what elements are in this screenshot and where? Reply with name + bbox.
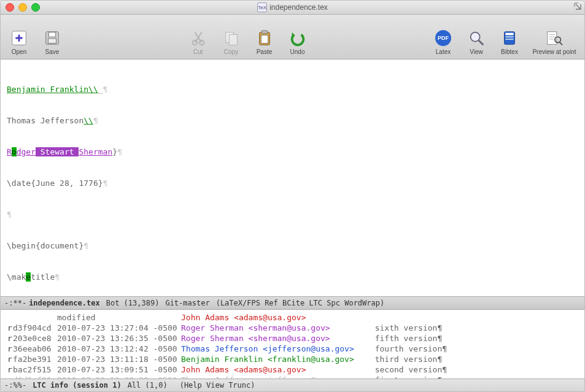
- ltc-hash: 203e0ce8: [13, 333, 57, 344]
- close-icon[interactable]: [6, 3, 14, 12]
- titlebar: TeX independence.tex: [1, 1, 584, 15]
- ltc-row[interactable]: r36eeab062010-07-23 13:12:42 -0500Thomas…: [7, 344, 578, 354]
- text-line: \begin{document}: [7, 240, 578, 251]
- ltc-version: fifth version¶: [365, 334, 442, 343]
- ltc-row[interactable]: rfa2be3912010-07-23 13:11:18 -0500Benjam…: [7, 354, 578, 364]
- paste-button[interactable]: Paste: [251, 28, 278, 55]
- ltc-marker: r: [7, 364, 13, 375]
- latex-button[interactable]: PDF Latex: [430, 28, 457, 55]
- view-label: View: [470, 48, 483, 55]
- ltc-version: sixth version¶: [365, 323, 442, 332]
- modeline: -:**- independence.tex Bot (13,389) Git-…: [1, 296, 584, 310]
- text-line: Thomas Jefferson\\: [7, 115, 578, 126]
- ltc-version: second version¶: [365, 365, 447, 374]
- ltc-modeline-name: LTC info (session 1): [33, 381, 122, 390]
- preview-at-point-icon: [544, 28, 565, 48]
- bibtex-button[interactable]: Bibtex: [496, 28, 523, 55]
- save-button[interactable]: Save: [39, 28, 66, 55]
- ltc-modeline-status: -:%%-: [4, 381, 26, 390]
- ltc-version: [365, 313, 375, 322]
- minimize-icon[interactable]: [18, 3, 27, 12]
- save-label: Save: [45, 48, 60, 55]
- cut-button[interactable]: Cut: [185, 28, 212, 55]
- bibtex-icon: [499, 28, 520, 48]
- ltc-date: 2010-07-23 13:11:18 -0500: [57, 354, 181, 364]
- ltc-marker: r: [7, 354, 13, 364]
- ltc-row[interactable]: r203e0ce82010-07-23 13:26:35 -0500Roger …: [7, 333, 578, 344]
- ltc-history[interactable]: modifiedJohn Adams <adams@usa.gov> rd3f9…: [1, 310, 584, 379]
- copy-label: Copy: [224, 48, 238, 55]
- maximize-icon[interactable]: [31, 3, 40, 12]
- modeline-vc: Git-master: [165, 299, 209, 307]
- svg-rect-10: [261, 35, 268, 43]
- ltc-hash: 36eeab06: [13, 344, 57, 354]
- preview-at-point-button[interactable]: Preview at point: [529, 28, 579, 55]
- view-button[interactable]: View: [463, 28, 490, 55]
- open-icon: [9, 28, 29, 48]
- ltc-date: 2010-07-23 13:12:42 -0500: [57, 344, 181, 354]
- paste-icon: [254, 28, 275, 48]
- latex-label: Latex: [436, 48, 451, 55]
- svg-point-11: [471, 33, 480, 42]
- undo-label: Undo: [290, 48, 305, 55]
- preview-at-point-label: Preview at point: [532, 48, 576, 55]
- save-icon: [42, 28, 63, 48]
- view-icon: [466, 28, 487, 48]
- text-line: Rodger Stewart Sherman}: [7, 147, 578, 157]
- svg-rect-9: [262, 31, 267, 34]
- ltc-date: 2010-07-23 13:27:04 -0500: [57, 323, 181, 333]
- toolbar: Open Save Cut Copy: [1, 15, 584, 60]
- text-line: [7, 209, 578, 220]
- open-button[interactable]: Open: [6, 28, 33, 55]
- modeline-buffer-name: independence.tex: [29, 299, 100, 307]
- ltc-marker: r: [7, 344, 13, 354]
- ltc-hash: fa2be391: [13, 354, 57, 364]
- ltc-version: third version¶: [365, 355, 442, 364]
- ltc-date: 2010-07-23 13:09:51 -0500: [57, 364, 181, 375]
- ltc-hash: d3f904cd: [13, 323, 57, 333]
- svg-rect-2: [48, 33, 55, 37]
- ltc-modeline-modes: (Help View Trunc): [180, 381, 255, 390]
- open-label: Open: [12, 48, 26, 55]
- ltc-marker: r: [7, 323, 13, 333]
- text-line: Benjamin Franklin\\_: [7, 84, 578, 94]
- svg-rect-3: [48, 39, 56, 44]
- copy-icon: [221, 28, 242, 48]
- traffic-lights: [6, 3, 40, 12]
- editor-area[interactable]: Benjamin Franklin\\_ Thomas Jefferson\\ …: [1, 60, 584, 296]
- ltc-hash: bac2f515: [13, 364, 57, 375]
- ltc-modeline-position: All (1,0): [128, 381, 168, 390]
- ltc-author: John Adams <adams@usa.gov>: [181, 312, 365, 323]
- ltc-marker: [7, 312, 13, 323]
- editor-window: TeX independence.tex Open Save: [0, 0, 585, 392]
- ltc-version: fourth version¶: [365, 344, 447, 353]
- ltc-author: John Adams <adams@usa.gov>: [181, 364, 365, 375]
- ltc-author: Benjamin Franklin <franklin@usa.gov>: [181, 354, 365, 364]
- cut-icon: [188, 28, 209, 48]
- copy-button[interactable]: Copy: [218, 28, 245, 55]
- ltc-author: Roger Sherman <sherman@usa.gov>: [181, 323, 365, 333]
- svg-rect-14: [505, 36, 513, 37]
- svg-rect-13: [505, 33, 513, 36]
- ltc-row[interactable]: modifiedJohn Adams <adams@usa.gov>: [7, 312, 578, 323]
- ltc-row[interactable]: rbac2f5152010-07-23 13:09:51 -0500John A…: [7, 364, 578, 375]
- modeline-status: -:**-: [4, 299, 26, 307]
- ltc-modeline: -:%%- LTC info (session 1) All (1,0) (He…: [1, 379, 584, 391]
- pdf-icon: PDF: [433, 28, 454, 48]
- ltc-row[interactable]: rd3f904cd2010-07-23 13:27:04 -0500Roger …: [7, 323, 578, 333]
- text-line: \maketitle: [7, 272, 578, 282]
- window-title-text: independence.tex: [269, 3, 328, 12]
- modeline-modes: (LaTeX/FPS Ref BCite LTC Spc WordWrap): [216, 299, 385, 307]
- ltc-date: modified: [57, 312, 181, 323]
- tex-file-icon: TeX: [257, 2, 267, 12]
- ltc-author: Thomas Jefferson <jefferson@usa.gov>: [181, 344, 365, 354]
- bibtex-label: Bibtex: [501, 48, 518, 55]
- text-line: \date{June 28, 1776}: [7, 178, 578, 188]
- modeline-position: Bot (13,389): [106, 299, 160, 307]
- resize-icon[interactable]: [574, 2, 583, 11]
- undo-icon: [287, 28, 308, 48]
- ltc-marker: r: [7, 333, 13, 344]
- ltc-author: Roger Sherman <sherman@usa.gov>: [181, 333, 365, 344]
- undo-button[interactable]: Undo: [284, 28, 311, 55]
- svg-rect-15: [505, 39, 513, 40]
